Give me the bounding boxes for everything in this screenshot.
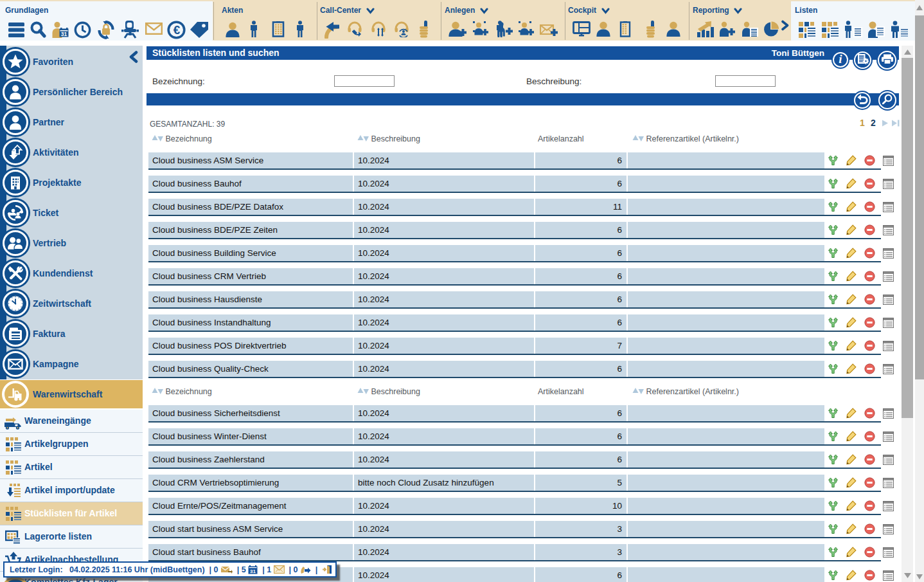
svg-text:i: i: [839, 53, 842, 65]
svg-text:31: 31: [250, 568, 256, 574]
svg-text:31: 31: [61, 31, 67, 37]
svg-text:€: €: [173, 23, 181, 37]
